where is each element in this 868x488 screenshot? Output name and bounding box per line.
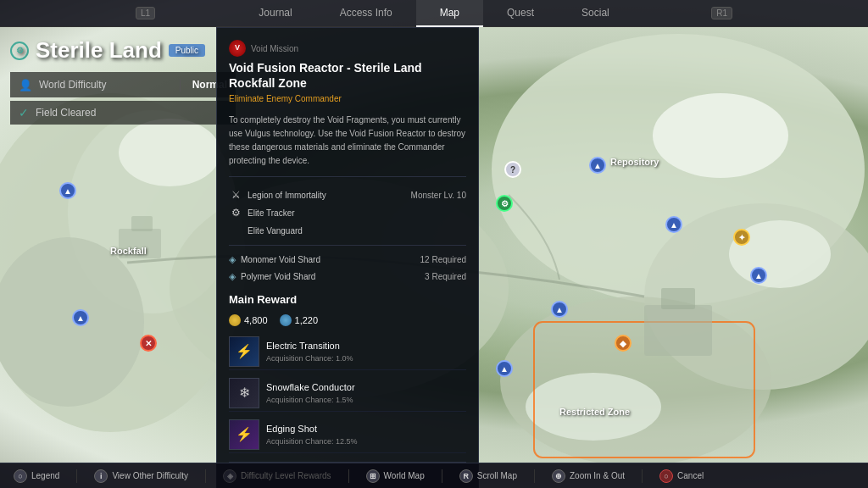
- enemy-1: Elite Tracker: [248, 207, 295, 219]
- tab-social[interactable]: Social: [558, 0, 633, 27]
- divider-6: [642, 469, 643, 483]
- mission-panel: V Void Mission Void Fusion Reactor - Ste…: [216, 27, 479, 488]
- map-marker-red[interactable]: ✕: [140, 335, 157, 352]
- map-marker-orange[interactable]: ◆: [615, 335, 632, 352]
- monster-level: Monster Lv. 10: [411, 189, 466, 202]
- reward-name-2: Snowflake Conductor: [266, 380, 466, 395]
- legend-label: Legend: [31, 471, 59, 480]
- map-marker-2[interactable]: ▲: [665, 216, 682, 233]
- reward-info-1: Electric Transition Acquisition Chance: …: [266, 339, 466, 365]
- map-marker-5[interactable]: ▲: [750, 267, 767, 284]
- mission-objective: Eliminate Enemy Commander: [229, 92, 466, 105]
- divider-5: [534, 469, 535, 483]
- reward-name-1: Electric Transition: [266, 339, 466, 353]
- mission-description: To completely destroy the Void Fragments…: [229, 114, 466, 177]
- map-marker-question[interactable]: ?: [504, 161, 521, 178]
- reward-thumb-2: ❄: [229, 378, 259, 408]
- map-marker-3[interactable]: ▲: [551, 301, 568, 318]
- scroll-map-label: Scroll Map: [477, 471, 517, 480]
- cancel-button[interactable]: ○: [659, 469, 673, 483]
- public-badge: Public: [169, 44, 205, 57]
- divider-3: [348, 469, 349, 483]
- map-marker-7[interactable]: ▲: [72, 309, 89, 326]
- top-nav: L1 Journal Access Info Map Quest Social …: [0, 0, 868, 27]
- reward-gold: 4,800: [229, 313, 268, 328]
- zoom-button[interactable]: ⊕: [552, 469, 565, 483]
- tab-access-info[interactable]: Access Info: [316, 0, 416, 27]
- svg-point-10: [526, 373, 661, 441]
- legend-button[interactable]: ○: [14, 469, 27, 483]
- gold-value: 4,800: [244, 313, 268, 328]
- cancel-label: Cancel: [677, 471, 704, 480]
- difficulty-divider: |: [179, 77, 182, 92]
- reward-info-3: Edging Shot Acquisition Chance: 12.5%: [266, 422, 466, 448]
- cleared-label: Field Cleared: [36, 107, 96, 119]
- reward-thumb-3: ⚡: [229, 419, 259, 450]
- gold-icon: [229, 314, 241, 326]
- map-marker-4[interactable]: ▲: [496, 360, 513, 377]
- reward-item-3: ⚡ Edging Shot Acquisition Chance: 12.5%: [229, 417, 466, 453]
- faction-row: ⚔ Legion of Immortality Monster Lv. 10: [229, 187, 466, 202]
- map-marker-gold[interactable]: ✦: [733, 229, 750, 246]
- reward-chance-2: Acquisition Chance: 1.5%: [266, 395, 466, 407]
- resource-count-1: 12 Required: [420, 253, 466, 266]
- mission-type-text: Void Mission: [251, 42, 298, 55]
- reward-thumb-1: ⚡: [229, 336, 259, 367]
- action-zoom[interactable]: ⊕ Zoom In & Out: [552, 469, 625, 483]
- world-map-button[interactable]: ⊞: [366, 469, 380, 483]
- other-diff-button[interactable]: i: [94, 469, 108, 483]
- diff-rewards-button: ◈: [223, 469, 236, 483]
- reward-chance-3: Acquisition Chance: 12.5%: [266, 436, 466, 448]
- action-world-map[interactable]: ⊞ World Map: [366, 469, 425, 483]
- difficulty-icon: 👤: [19, 79, 32, 92]
- divider-2: [205, 469, 206, 483]
- blue-value: 1,220: [295, 313, 319, 328]
- enemy-icon-1: ⚙: [229, 205, 242, 220]
- map-marker-6[interactable]: ▲: [59, 182, 76, 199]
- reward-name-3: Edging Shot: [266, 422, 466, 436]
- region-title-text: Sterile Land: [36, 37, 162, 64]
- mission-type: V Void Mission: [229, 40, 466, 57]
- mission-title: Void Fusion Reactor - Sterile Land Rockf…: [229, 60, 466, 91]
- scroll-map-button[interactable]: R: [459, 469, 473, 483]
- resource-icon-1: ◈: [229, 252, 236, 267]
- void-icon: V: [229, 40, 246, 57]
- world-map-label: World Map: [384, 471, 425, 480]
- reward-info-2: Snowflake Conductor Acquisition Chance: …: [266, 380, 466, 407]
- divider-4: [442, 469, 442, 483]
- region-title: ⚙ Sterile Land Public: [10, 37, 236, 64]
- reward-chance-1: Acquisition Chance: 1.0%: [266, 353, 466, 365]
- cleared-row: ✓ Field Cleared: [10, 101, 236, 125]
- reward-item-1: ⚡ Electric Transition Acquisition Chance…: [229, 334, 466, 370]
- divider-1: [76, 469, 77, 483]
- left-trigger: L1: [136, 7, 155, 19]
- action-cancel[interactable]: ○ Cancel: [659, 469, 704, 483]
- gear-icon: [280, 314, 292, 326]
- action-legend[interactable]: ○ Legend: [14, 469, 59, 483]
- action-diff-rewards: ◈ Difficulty Level Rewards: [223, 469, 331, 483]
- map-marker-mission[interactable]: ⚙: [496, 195, 513, 212]
- tab-quest[interactable]: Quest: [483, 0, 558, 27]
- resource-row-2: ◈ Polymer Void Shard 3 Required: [229, 269, 466, 284]
- zoom-label: Zoom In & Out: [570, 471, 625, 480]
- other-diff-label: View Other Difficulty: [112, 471, 188, 480]
- left-panel: ⚙ Sterile Land Public 👤 World Difficulty…: [0, 27, 246, 135]
- difficulty-row: 👤 World Difficulty | Normal: [10, 72, 236, 97]
- resource-count-2: 3 Required: [425, 270, 466, 283]
- resource-icon-2: ◈: [229, 269, 236, 284]
- main-reward-title: Main Reward: [229, 291, 466, 308]
- bottom-bar: ○ Legend i View Other Difficulty ◈ Diffi…: [0, 463, 868, 488]
- map-marker-1[interactable]: ▲: [589, 157, 606, 174]
- faction-name: Legion of Immortality: [248, 189, 326, 202]
- svg-rect-13: [661, 288, 695, 309]
- svg-rect-15: [131, 216, 153, 231]
- tab-journal[interactable]: Journal: [235, 0, 315, 27]
- svg-rect-12: [644, 305, 712, 356]
- region-icon: ⚙: [10, 42, 29, 60]
- action-other-difficulty[interactable]: i View Other Difficulty: [94, 469, 188, 483]
- reward-item-2: ❄ Snowflake Conductor Acquisition Chance…: [229, 375, 466, 412]
- resource-name-2: Polymer Void Shard: [241, 270, 420, 283]
- tab-map[interactable]: Map: [416, 0, 483, 27]
- action-scroll-map[interactable]: R Scroll Map: [459, 469, 517, 483]
- diff-rewards-label: Difficulty Level Rewards: [241, 471, 331, 480]
